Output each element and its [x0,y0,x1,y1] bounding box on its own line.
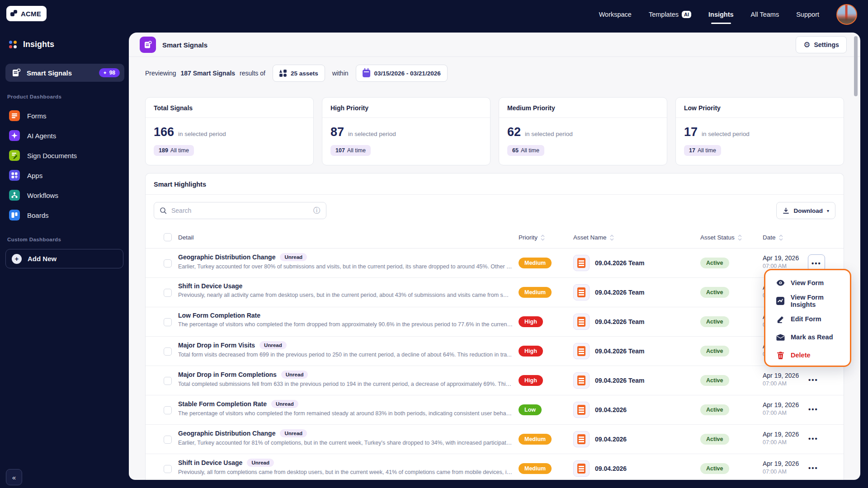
status-badge: Active [700,463,729,474]
preview-bar: Previewing 187 Smart Signals results of … [145,57,450,89]
sidebar-collapse-button[interactable]: « [6,469,22,485]
priority-badge: Medium [519,463,552,474]
date-cell: Apr 19, 202607:00 AM [763,460,799,475]
priority-badge: Medium [519,434,552,445]
nav-insights[interactable]: Insights [708,11,734,18]
nav-support[interactable]: Support [796,11,819,18]
detail-cell: Geographic Distribution ChangeUnread Ear… [178,429,513,446]
select-all-checkbox[interactable] [164,233,172,241]
search-input[interactable] [171,207,309,214]
detail-cell: Low Form Completion Rate The percentage … [178,312,513,328]
row-actions-button[interactable]: ••• [808,376,818,384]
sidebar-item-label: Boards [27,211,49,219]
info-icon: ⓘ [313,206,321,216]
search-icon [160,207,167,214]
asset-cell: 09.04.2026 [573,431,627,447]
sort-icon [738,235,742,241]
stat-value: 62 [507,125,521,139]
asset-cell: 09.04.2026 Team [573,314,645,330]
stat-suffix: in selected period [525,131,573,137]
row-checkbox[interactable] [164,259,172,267]
signal-title[interactable]: Major Drop in Form Completions [178,371,277,378]
user-avatar[interactable] [836,4,857,25]
row-actions-button[interactable]: ••• [808,405,818,413]
column-header-date[interactable]: Date [763,226,783,249]
vertical-scrollbar[interactable] [854,36,858,96]
date-range-button[interactable]: 03/15/2026 - 03/21/2026 [356,65,448,82]
envelope-icon [776,334,785,341]
row-checkbox[interactable] [164,347,172,356]
sparkle-icon: ✦ [103,70,107,76]
menu-item-delete[interactable]: Delete [765,346,850,364]
signal-title[interactable]: Shift in Device Usage [178,459,242,466]
signal-title[interactable]: Shift in Device Usage [178,282,242,290]
unread-badge: Unread [280,429,307,437]
row-checkbox[interactable] [164,406,172,414]
row-checkbox[interactable] [164,289,172,297]
asset-cell: 09.04.2026 [573,402,627,418]
asset-cell: 09.04.2026 [573,460,627,477]
sidebar-item-workflows[interactable]: Workflows [5,185,124,205]
download-button[interactable]: Download ▾ [776,202,835,219]
column-header-priority[interactable]: Priority [519,226,545,249]
menu-item-edit-form[interactable]: Edit Form [765,310,850,328]
chevron-down-icon: ▾ [827,208,829,213]
sidebar-item-apps[interactable]: Apps [5,165,124,185]
asset-cell: 09.04.2026 Team [573,343,645,359]
column-header-asset-name[interactable]: Asset Name [573,226,614,249]
menu-item-view-form-insights[interactable]: View Form Insights [765,292,850,310]
sidebar-item-ai-agents[interactable]: AI Agents [5,126,124,145]
sidebar-item-forms[interactable]: Forms [5,106,124,126]
row-checkbox[interactable] [164,377,172,385]
priority-badge: High [519,375,543,386]
assets-selector-button[interactable]: 25 assets [273,65,325,82]
table-row: Shift in Device UsageUnread Previously, … [146,454,844,480]
smart-signals-icon [12,68,21,77]
menu-item-mark-as-read[interactable]: Mark as Read [765,328,850,346]
signal-title[interactable]: Stable Form Completion Rate [178,400,267,408]
sidebar-item-label: Sign Documents [27,152,77,160]
nav-workspace[interactable]: Workspace [599,11,632,18]
sidebar-item-sign-documents[interactable]: Sign Documents [5,145,124,165]
row-checkbox[interactable] [164,465,172,473]
stat-card-title: High Priority [322,98,490,118]
signal-title[interactable]: Major Drop in Form Visits [178,342,255,349]
detail-cell: Geographic Distribution ChangeUnread Ear… [178,253,513,270]
sidebar-item-boards[interactable]: Boards [5,205,124,225]
trash-icon [776,352,785,359]
nav-all-teams[interactable]: All Teams [751,11,779,18]
nav-templates[interactable]: Templates AI [649,11,691,18]
column-header-asset-status[interactable]: Asset Status [700,226,742,249]
signal-description: Earlier, Turkey accounted for over 80% o… [178,263,513,270]
preview-count: 187 Smart Signals [180,70,235,77]
unread-badge: Unread [259,341,287,349]
stat-card-total-signals: Total Signals 166in selected period 189A… [145,97,314,165]
preview-within: within [332,70,349,77]
row-checkbox[interactable] [164,436,172,444]
form-asset-icon [573,343,590,359]
signal-title[interactable]: Geographic Distribution Change [178,253,275,261]
page-title: Smart Signals [162,33,208,57]
search-box: ⓘ [154,202,326,219]
unread-badge: Unread [280,253,307,261]
acme-logo[interactable]: ACME [6,6,47,21]
stat-card-title: Low Priority [676,98,844,118]
signal-title[interactable]: Low Form Completion Rate [178,312,260,319]
row-actions-context-menu: View Form View Form Insights Edit Form M… [764,269,851,367]
row-actions-button[interactable]: ••• [808,464,818,472]
settings-button[interactable]: ⚙ Settings [796,36,847,53]
status-badge: Active [700,316,729,327]
boards-icon [9,210,20,221]
signal-title[interactable]: Geographic Distribution Change [178,430,275,437]
table-row: Low Form Completion Rate The percentage … [146,307,844,337]
menu-item-view-form[interactable]: View Form [765,274,850,292]
add-new-button[interactable]: + Add New [5,249,123,268]
custom-dashboards-label: Custom Dashboards [7,237,61,242]
unread-badge: Unread [247,459,274,467]
date-cell: Apr 19, 202607:00 AM [763,372,799,387]
row-checkbox[interactable] [164,318,172,326]
row-actions-button[interactable]: ••• [808,435,818,442]
sidebar-item-smart-signals[interactable]: Smart Signals ✦ 98 [5,64,124,82]
preview-middle: results of [240,70,265,77]
date-cell: Apr 19, 202607:00 AM [763,254,799,269]
